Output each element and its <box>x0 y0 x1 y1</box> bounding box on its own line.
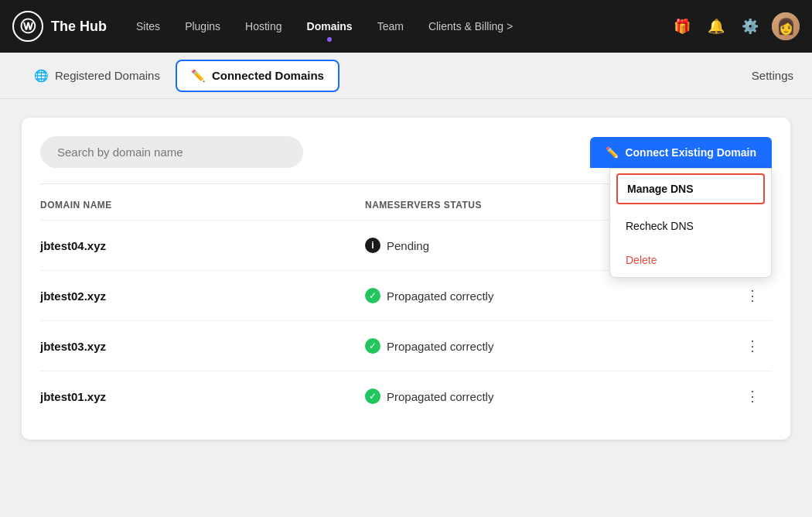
avatar-image: 👩 <box>772 12 800 40</box>
dropdown-menu: Manage DNS Recheck DNS Delete <box>609 168 772 278</box>
table-row: jbtest01.xyz ✓ Propagated correctly ⋮ <box>40 371 772 421</box>
status-ok-icon: ✓ <box>365 288 380 303</box>
nav-links: Sites Plugins Hosting Domains Team Clien… <box>125 14 664 39</box>
top-row: ✏️ Connect Existing Domain Manage DNS Re… <box>40 136 772 168</box>
table-row: jbtest02.xyz ✓ Propagated correctly ⋮ <box>40 270 772 320</box>
actions-cell: ⋮ <box>733 384 772 409</box>
status-ok-icon: ✓ <box>365 389 380 404</box>
recheck-dns-item[interactable]: Recheck DNS <box>610 209 771 243</box>
domain-name: jbtest03.xyz <box>40 340 365 353</box>
status-label: Propagated correctly <box>387 289 493 303</box>
actions-cell: ⋮ <box>733 283 772 308</box>
tab-registered-domains[interactable]: 🌐 Registered Domains <box>19 60 176 92</box>
delete-item[interactable]: Delete <box>610 243 771 277</box>
gear-icon[interactable]: ⚙️ <box>738 14 763 39</box>
status-pending-icon: i <box>365 238 380 253</box>
tab-connected-label: Connected Domains <box>212 69 324 82</box>
nav-item-team[interactable]: Team <box>367 14 415 39</box>
status-cell: ✓ Propagated correctly <box>365 338 733 354</box>
connect-existing-domain-button[interactable]: ✏️ Connect Existing Domain <box>590 137 772 168</box>
main-content: ✏️ Connect Existing Domain Manage DNS Re… <box>0 99 812 458</box>
content-card: ✏️ Connect Existing Domain Manage DNS Re… <box>22 118 790 440</box>
settings-link[interactable]: Settings <box>752 69 793 82</box>
logo-icon: ⓦ <box>12 11 43 42</box>
status-ok-icon: ✓ <box>365 338 380 354</box>
top-navigation: ⓦ The Hub Sites Plugins Hosting Domains … <box>0 0 812 53</box>
tab-registered-label: Registered Domains <box>55 69 160 82</box>
search-input[interactable] <box>40 136 303 168</box>
nav-item-plugins[interactable]: Plugins <box>174 14 231 39</box>
col-header-domain: DOMAIN NAME <box>40 200 365 211</box>
gift-icon[interactable]: 🎁 <box>670 14 694 39</box>
table-row: jbtest03.xyz ✓ Propagated correctly ⋮ <box>40 320 772 371</box>
domain-name: jbtest02.xyz <box>40 289 365 303</box>
status-cell: ✓ Propagated correctly <box>365 389 733 404</box>
nav-item-clients[interactable]: Clients & Billing > <box>418 14 524 39</box>
nav-right: 🎁 🔔 ⚙️ 👩 <box>670 12 800 40</box>
pencil-tab-icon: ✏️ <box>191 69 206 83</box>
logo-wrap[interactable]: ⓦ The Hub <box>12 11 107 42</box>
status-label: Pending <box>387 239 429 252</box>
nav-item-domains[interactable]: Domains <box>296 14 363 39</box>
app-title: The Hub <box>51 19 107 35</box>
more-options-button-row2[interactable]: ⋮ <box>740 334 765 358</box>
connect-btn-label: Connect Existing Domain <box>625 146 756 159</box>
status-label: Propagated correctly <box>387 390 493 403</box>
globe-icon: 🌐 <box>34 69 49 83</box>
domain-name: jbtest04.xyz <box>40 239 365 252</box>
more-options-button-row3[interactable]: ⋮ <box>740 384 765 409</box>
subheader: 🌐 Registered Domains ✏️ Connected Domain… <box>0 53 812 99</box>
domain-name: jbtest01.xyz <box>40 390 365 403</box>
manage-dns-item[interactable]: Manage DNS <box>616 173 765 204</box>
more-options-button-row1[interactable]: ⋮ <box>740 283 765 308</box>
status-label: Propagated correctly <box>387 340 493 353</box>
nav-item-sites[interactable]: Sites <box>125 14 171 39</box>
bell-icon[interactable]: 🔔 <box>704 14 728 39</box>
status-cell: ✓ Propagated correctly <box>365 288 733 303</box>
tab-connected-domains[interactable]: ✏️ Connected Domains <box>176 60 339 92</box>
nav-item-hosting[interactable]: Hosting <box>234 14 292 39</box>
connect-button-wrap: ✏️ Connect Existing Domain Manage DNS Re… <box>590 137 772 168</box>
actions-cell: ⋮ <box>733 334 772 358</box>
connect-icon: ✏️ <box>606 146 619 159</box>
avatar[interactable]: 👩 <box>772 12 800 40</box>
